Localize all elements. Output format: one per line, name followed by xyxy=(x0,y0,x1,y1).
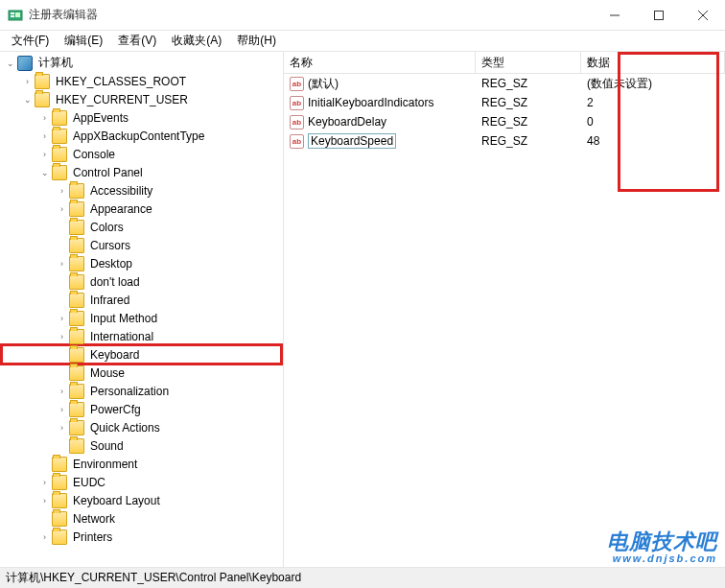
expand-icon[interactable]: › xyxy=(38,494,51,506)
expand-icon[interactable]: › xyxy=(21,75,34,87)
tree-international[interactable]: ›International xyxy=(2,327,281,345)
menu-file[interactable]: 文件(F) xyxy=(4,31,57,51)
tree-panel[interactable]: ⌄ 计算机 › HKEY_CLASSES_ROOT ⌄ HKEY_CURRENT… xyxy=(0,52,284,567)
list-panel[interactable]: 名称 类型 数据 ab(默认) REG_SZ (数值未设置) abInitial… xyxy=(284,52,725,567)
tree-label: AppEvents xyxy=(70,110,131,126)
column-header-type[interactable]: 类型 xyxy=(476,52,581,73)
svg-rect-2 xyxy=(11,15,14,17)
folder-icon xyxy=(52,475,67,490)
tree-network[interactable]: Network xyxy=(2,509,281,528)
tree-label: HKEY_CLASSES_ROOT xyxy=(53,74,189,89)
list-header: 名称 类型 数据 xyxy=(284,52,725,74)
tree-root-computer[interactable]: ⌄ 计算机 xyxy=(2,54,281,72)
tree-hkey-current-user[interactable]: ⌄ HKEY_CURRENT_USER xyxy=(2,90,281,108)
tree-label: Network xyxy=(70,511,118,527)
tree-input-method[interactable]: ›Input Method xyxy=(2,309,281,327)
folder-icon xyxy=(52,457,67,472)
menu-favorites[interactable]: 收藏夹(A) xyxy=(164,31,229,51)
tree-label: Appearance xyxy=(87,201,155,217)
tree-printers[interactable]: ›Printers xyxy=(2,528,281,546)
string-value-icon: ab xyxy=(290,115,304,129)
expand-icon[interactable]: › xyxy=(56,403,68,415)
tree-label: don't load xyxy=(87,274,143,290)
tree-keyboard[interactable]: Keyboard xyxy=(2,345,281,364)
maximize-button[interactable] xyxy=(637,0,681,30)
minimize-button[interactable] xyxy=(593,0,637,30)
folder-icon xyxy=(52,529,67,545)
expand-icon[interactable]: › xyxy=(38,129,51,142)
folder-icon xyxy=(69,438,84,454)
tree-cursors[interactable]: Cursors xyxy=(2,236,281,254)
tree-keyboard-layout[interactable]: ›Keyboard Layout xyxy=(2,491,281,509)
list-row[interactable]: abInitialKeyboardIndicators REG_SZ 2 xyxy=(284,93,725,112)
tree-accessibility[interactable]: ›Accessibility xyxy=(2,181,281,200)
tree-appevents[interactable]: ›AppEvents xyxy=(2,108,281,127)
tree-control-panel[interactable]: ⌄Control Panel xyxy=(2,163,281,181)
menu-edit[interactable]: 编辑(E) xyxy=(57,31,110,51)
tree-personalization[interactable]: ›Personalization xyxy=(2,382,281,400)
expand-icon[interactable]: › xyxy=(56,312,68,324)
svg-rect-1 xyxy=(11,12,14,14)
tree-label: EUDC xyxy=(70,475,108,490)
folder-icon xyxy=(69,347,84,363)
expand-icon[interactable]: › xyxy=(56,330,68,342)
string-value-icon: ab xyxy=(290,96,304,110)
tree-label: PowerCfg xyxy=(87,402,144,417)
expand-icon[interactable]: › xyxy=(56,184,68,197)
folder-icon xyxy=(69,420,84,435)
expand-icon[interactable]: › xyxy=(56,257,68,270)
tree-quick-actions[interactable]: ›Quick Actions xyxy=(2,418,281,436)
value-name: InitialKeyboardIndicators xyxy=(308,96,433,109)
expand-icon[interactable]: › xyxy=(56,421,68,434)
column-header-name[interactable]: 名称 xyxy=(284,52,476,73)
tree-label: Desktop xyxy=(87,256,135,271)
folder-icon xyxy=(69,311,84,326)
expand-icon[interactable]: › xyxy=(56,202,68,215)
tree-hkey-classes-root[interactable]: › HKEY_CLASSES_ROOT xyxy=(2,72,281,90)
folder-icon xyxy=(52,110,67,126)
close-button[interactable] xyxy=(681,0,725,30)
expand-icon[interactable]: › xyxy=(38,530,51,543)
folder-icon xyxy=(35,74,50,89)
menu-help[interactable]: 帮助(H) xyxy=(229,31,284,51)
tree-colors[interactable]: Colors xyxy=(2,218,281,236)
collapse-icon[interactable]: ⌄ xyxy=(21,93,34,106)
tree-console[interactable]: ›Console xyxy=(2,145,281,163)
value-name: (默认) xyxy=(308,76,339,92)
tree-appxbackup[interactable]: ›AppXBackupContentType xyxy=(2,127,281,145)
expand-icon[interactable]: › xyxy=(38,148,51,160)
tree-infrared[interactable]: Infrared xyxy=(2,291,281,309)
list-row[interactable]: ab(默认) REG_SZ (数值未设置) xyxy=(284,74,725,93)
list-row[interactable]: abKeyboardDelay REG_SZ 0 xyxy=(284,112,725,131)
tree-eudc[interactable]: ›EUDC xyxy=(2,473,281,491)
tree-powercfg[interactable]: ›PowerCfg xyxy=(2,400,281,418)
menu-view[interactable]: 查看(V) xyxy=(110,31,164,51)
collapse-icon[interactable]: ⌄ xyxy=(4,57,16,69)
expand-icon[interactable]: › xyxy=(56,385,68,397)
expand-icon[interactable]: › xyxy=(38,476,51,488)
tree-desktop[interactable]: ›Desktop xyxy=(2,254,281,272)
tree-sound[interactable]: Sound xyxy=(2,436,281,455)
folder-icon xyxy=(69,201,84,217)
column-header-data[interactable]: 数据 xyxy=(581,52,725,73)
app-icon xyxy=(8,8,23,23)
tree-mouse[interactable]: Mouse xyxy=(2,364,281,382)
value-name: KeyboardSpeed xyxy=(308,133,396,149)
statusbar: 计算机\HKEY_CURRENT_USER\Control Panel\Keyb… xyxy=(0,567,725,588)
value-type: REG_SZ xyxy=(476,95,581,110)
expand-icon[interactable]: › xyxy=(38,111,51,124)
computer-icon xyxy=(17,56,33,71)
watermark-url: www.dnjsb.com xyxy=(607,553,717,564)
content-area: ⌄ 计算机 › HKEY_CLASSES_ROOT ⌄ HKEY_CURRENT… xyxy=(0,52,725,567)
watermark: 电脑技术吧 www.dnjsb.com xyxy=(607,528,717,564)
value-data: 2 xyxy=(581,95,725,110)
tree-appearance[interactable]: ›Appearance xyxy=(2,200,281,218)
folder-icon xyxy=(69,329,84,344)
tree-label: Console xyxy=(70,147,118,162)
tree-label: HKEY_CURRENT_USER xyxy=(53,92,191,107)
list-row[interactable]: abKeyboardSpeed REG_SZ 48 xyxy=(284,131,725,151)
collapse-icon[interactable]: ⌄ xyxy=(38,166,51,178)
tree-environment[interactable]: Environment xyxy=(2,455,281,473)
tree-label: Printers xyxy=(70,529,115,545)
tree-dont-load[interactable]: don't load xyxy=(2,272,281,291)
